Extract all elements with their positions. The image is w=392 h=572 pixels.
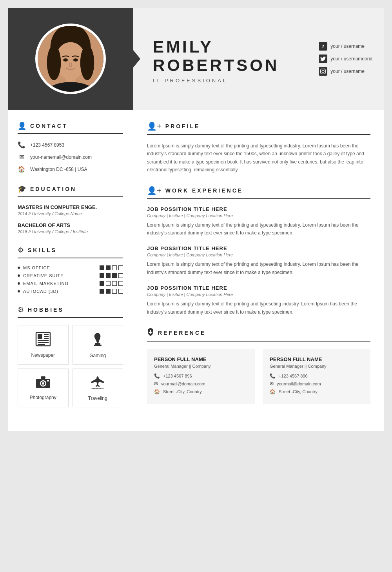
reference-section: REFERENCE PERSON FULL NAME General Manag… xyxy=(147,328,370,404)
hobbies-divider xyxy=(18,317,123,318)
reference-icon xyxy=(147,328,154,338)
dot-filled xyxy=(106,273,111,278)
ref-email-2: yourmail@domain.com xyxy=(277,381,321,386)
svg-rect-11 xyxy=(38,334,42,339)
skill-name-email-marketing: EMAIL MARKETING xyxy=(23,281,100,286)
header-info-area: EMILY ROBERTSON IT PROFESSIONAL f your /… xyxy=(133,8,384,110)
body-section: 👤 CONTACT 📞 +123 4567 8953 ✉ your-namema… xyxy=(8,110,384,431)
ref-email-item-1: ✉ yourmail@domain.com xyxy=(154,381,248,387)
skills-section: ⚙ SKILLS MS OFFICE xyxy=(18,246,123,294)
skill-email-marketing: EMAIL MARKETING xyxy=(18,281,123,286)
education-divider xyxy=(18,196,123,197)
avatar xyxy=(35,24,106,94)
dot-empty xyxy=(118,289,123,294)
contact-title: CONTACT xyxy=(30,123,67,129)
svg-point-8 xyxy=(63,58,68,62)
svg-rect-13 xyxy=(44,336,49,337)
reference-header: REFERENCE xyxy=(147,328,370,338)
person-title: IT PROFESSIONAL xyxy=(153,78,372,84)
svg-rect-15 xyxy=(38,340,49,341)
skill-bullet xyxy=(18,267,20,269)
dot-filled xyxy=(100,281,104,286)
svg-rect-14 xyxy=(44,338,49,339)
profile-icon: 👤+ xyxy=(147,122,162,131)
education-icon: 🎓 xyxy=(18,185,26,193)
hobby-newspaper: Newspaper xyxy=(18,325,69,365)
svg-point-9 xyxy=(73,58,78,62)
skill-bullet xyxy=(18,290,20,292)
job-company-2: Compnay | Insitute | Company Location He… xyxy=(147,252,370,257)
ref-address-item-2: 🏠 Street -City, Country xyxy=(270,389,363,394)
skill-name-autocad: AUTOCAD (3D) xyxy=(23,289,100,294)
dot-filled xyxy=(112,273,117,278)
dot-empty xyxy=(112,265,117,270)
svg-rect-17 xyxy=(38,344,45,345)
resume-container: EMILY ROBERTSON IT PROFESSIONAL f your /… xyxy=(8,8,384,431)
education-section: 🎓 EDUCATION MASTERS IN COMPUTER ENGE. 20… xyxy=(18,185,123,234)
dot-empty xyxy=(118,281,123,286)
ref-name-1: PERSON FULL NAME xyxy=(154,356,248,362)
skill-bullet xyxy=(18,274,20,277)
svg-point-5 xyxy=(80,45,94,80)
main-content: 👤+ PROFILE Lorem Ipsum is simply dummy t… xyxy=(133,110,384,431)
phone-icon: 📞 xyxy=(18,141,25,149)
hobbies-title: HOBBIES xyxy=(28,307,64,313)
address-icon: 🏠 xyxy=(18,165,25,173)
contact-header: 👤 CONTACT xyxy=(18,122,123,130)
ref-role-1: General Manager || Company xyxy=(154,364,248,369)
edu-degree-2: BACHELOR OF ARTS xyxy=(18,222,123,228)
job-desc-2: Lorem Ipsum is simply dummy text of the … xyxy=(147,260,370,276)
ref-address-1: Street -City, Country xyxy=(163,389,202,394)
ref-address-item-1: 🏠 Street -City, Country xyxy=(154,389,248,394)
skill-name-ms-office: MS OFFICE xyxy=(23,265,100,270)
svg-rect-25 xyxy=(41,376,45,379)
work-title: WORK EXPERIENCE xyxy=(165,187,243,194)
skill-name-creative-suite: CREATIVE SUITE xyxy=(23,273,100,278)
reference-grid: PERSON FULL NAME General Manager || Comp… xyxy=(147,349,370,404)
social-links-area: f your / username your / usernameorid xyxy=(319,42,372,76)
reference-title: REFERENCE xyxy=(158,330,206,336)
dot-filled xyxy=(100,265,104,270)
ref-name-2: PERSON FULL NAME xyxy=(270,356,363,362)
svg-rect-32 xyxy=(149,332,152,333)
dot-filled xyxy=(106,265,111,270)
ref-address-icon-1: 🏠 xyxy=(154,389,160,394)
instagram-handle: your / username xyxy=(330,69,365,74)
svg-point-24 xyxy=(42,382,44,385)
contact-address-item: 🏠 Washington DC -658 | USA xyxy=(18,165,123,173)
dot-empty xyxy=(118,273,123,278)
job-entry-2: JOB POSSITION TITLE HERE Compnay | Insit… xyxy=(147,245,370,276)
photography-icon xyxy=(35,376,51,392)
twitter-icon xyxy=(319,54,327,63)
hobby-photography: Photography xyxy=(18,369,69,407)
contact-email-item: ✉ your-namemail@domain.com xyxy=(18,153,123,161)
profile-header: 👤+ PROFILE xyxy=(147,122,370,131)
instagram-link: your / username xyxy=(319,67,372,76)
sidebar: 👤 CONTACT 📞 +123 4567 8953 ✉ your-namema… xyxy=(8,110,133,431)
hobby-traveling: Traveling xyxy=(73,369,123,407)
hobbies-icon: ⚙ xyxy=(18,305,24,314)
job-company-1: Compnay | Insitute | Company Location He… xyxy=(147,213,370,218)
job-title-3: JOB POSSITION TITLE HERE xyxy=(147,285,370,291)
svg-rect-12 xyxy=(44,334,49,335)
skills-header: ⚙ SKILLS xyxy=(18,246,123,254)
svg-rect-16 xyxy=(38,342,49,343)
twitter-link: your / usernameorid xyxy=(319,54,372,63)
dot-empty xyxy=(112,289,117,294)
work-experience-header: 👤+ WORK EXPERIENCE xyxy=(147,186,370,195)
edu-detail-1: 2014 // University / College Name xyxy=(18,211,123,216)
header-section: EMILY ROBERTSON IT PROFESSIONAL f your /… xyxy=(8,8,384,110)
edu-degree-1: MASTERS IN COMPUTER ENGE. xyxy=(18,204,123,210)
skill-ms-office: MS OFFICE xyxy=(18,265,123,270)
skill-dots-autocad xyxy=(100,289,123,294)
job-company-3: Compnay | Insitute | Company Location He… xyxy=(147,292,370,297)
hobby-photography-label: Photography xyxy=(30,395,56,400)
ref-phone-1: +123 4567 896 xyxy=(163,374,192,378)
edu-detail-2: 2018 // University / College / Institute xyxy=(18,229,123,234)
skill-bullet xyxy=(18,282,20,285)
hobbies-section: ⚙ HOBBIES xyxy=(18,305,123,407)
job-entry-1: JOB POSSITION TITLE HERE Compnay | Insit… xyxy=(147,206,370,237)
job-desc-3: Lorem Ipsum is simply dummy text of the … xyxy=(147,300,370,316)
work-icon: 👤+ xyxy=(147,186,162,195)
svg-rect-30 xyxy=(100,388,101,389)
